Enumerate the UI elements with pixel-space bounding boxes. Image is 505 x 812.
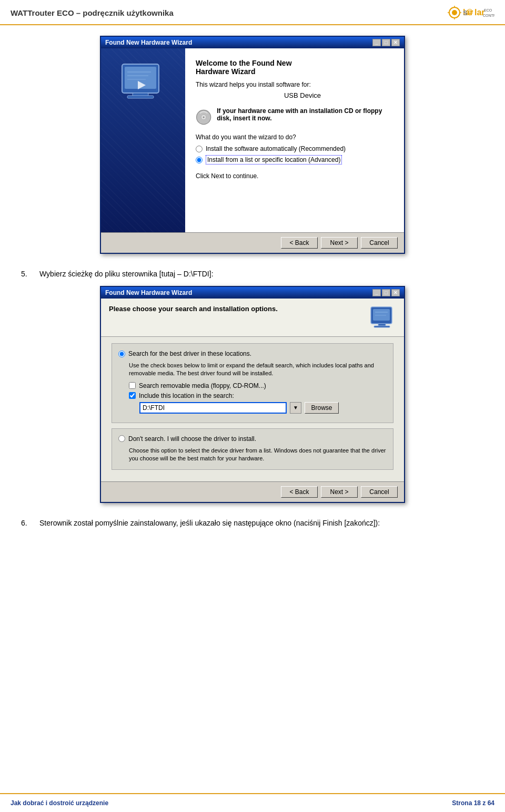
page-footer: Jak dobrać i dostroić urządzenie Strona … [0,793,505,812]
wizard1-heading: Welcome to the Found NewHardware Wizard [196,59,393,76]
cd-info-box: If your hardware came with an installati… [196,107,393,127]
w2-maximize-button[interactable]: □ [382,289,390,296]
wizard2-dialog: Found New Hardware Wizard _ □ ✕ Please c… [100,286,405,503]
wizard1-note: Click Next to continue. [196,172,393,180]
wizard2-window-controls: _ □ ✕ [372,289,400,296]
checkbox2-row: Include this location in the search: [129,392,387,399]
wizard1-title: Found New Hardware Wizard [105,39,192,46]
page-header: WATTrouter ECO – podręcznik użytkownika … [0,0,505,25]
step5-text: 5. Wybierz ścieżkę do pliku sterownika [… [21,270,484,278]
close-button[interactable]: ✕ [391,39,400,46]
wizard1-back-button[interactable]: < Back [281,237,318,249]
svg-text:©: © [467,8,473,17]
checkbox1-row: Search removable media (floppy, CD-ROM..… [129,382,387,389]
svg-point-22 [203,116,205,118]
wizard2-titlebar: Found New Hardware Wizard _ □ ✕ [101,287,404,299]
option1-label: Install the software automatically (Reco… [206,145,346,152]
wizard2-footer: < Back Next > Cancel [101,481,404,502]
svg-rect-24 [373,309,390,321]
svg-rect-28 [374,326,390,327]
option1-radio[interactable] [196,146,203,152]
wizard2-cancel-button[interactable]: Cancel [361,486,398,498]
svg-text:ECO: ECO [484,8,492,12]
search-section: Search for the best driver in these loca… [112,343,393,423]
nosearch-section: Don't search. I will choose the driver t… [112,428,393,470]
search-desc: Use the check boxes below to limit or ex… [129,362,387,378]
wizard1-next-button[interactable]: Next > [321,237,358,249]
wizard1-question: What do you want the wizard to do? [196,133,393,141]
w2-close-button[interactable]: ✕ [391,289,400,296]
nosearch-radio[interactable] [118,435,125,442]
wizard1-cancel-button[interactable]: Cancel [361,237,398,249]
checkbox-removable[interactable] [129,382,136,389]
wizard1-footer: < Back Next > Cancel [101,232,404,253]
wizard1-left-panel [101,48,185,232]
w2-minimize-button[interactable]: _ [372,289,381,296]
document-title: WATTrouter ECO – podręcznik użytkownika [11,8,174,17]
svg-text:CONTROLS: CONTROLS [483,14,494,17]
maximize-button[interactable]: □ [382,39,390,46]
browse-button[interactable]: Browse [305,402,339,414]
checkbox-location[interactable] [129,392,136,399]
wizard2-heading: Please choose your search and installati… [109,305,278,313]
wizard1-device-name: USB Device [211,91,393,99]
wizard1-titlebar: Found New Hardware Wizard _ □ ✕ [101,37,404,48]
location-dropdown[interactable]: ▼ [290,402,301,414]
step6-text: 6. Sterownik został pomyślnie zainstalow… [21,519,484,527]
wizard1-intro: This wizard helps you install software f… [196,81,393,88]
svg-point-1 [452,10,457,15]
logo-icon: lar s © lar ECO CONTROLS [447,5,494,20]
nosearch-radio-label: Don't search. I will choose the driver t… [128,435,256,443]
location-input[interactable] [139,402,287,414]
search-radio-label: Search for the best driver in these loca… [128,350,251,357]
wizard1-option2-row: Install from a list or specific location… [196,155,393,165]
nosearch-radio-row: Don't search. I will choose the driver t… [118,435,387,443]
option2-radio[interactable] [196,157,203,163]
option2-label: Install from a list or specific location… [206,155,342,165]
svg-rect-19 [127,96,154,98]
step5-description: Wybierz ścieżkę do pliku sterownika [tut… [39,270,214,278]
wizard1-right-panel: Welcome to the Found NewHardware Wizard … [185,48,404,232]
wizard2-icon [369,305,396,330]
wizard2-top-bar: Please choose your search and installati… [101,299,404,337]
step6-description: Sterownik został pomyślnie zainstalowany… [39,519,380,527]
location-row: ▼ Browse [139,402,387,414]
footer-left-text: Jak dobrać i dostroić urządzenie [11,799,108,807]
main-content: Found New Hardware Wizard _ □ ✕ [0,25,505,546]
hardware-wizard-icon [117,59,169,106]
wizard1-window-controls: _ □ ✕ [372,39,400,46]
nosearch-desc: Choose this option to select the device … [129,447,387,463]
wizard1-body: Welcome to the Found NewHardware Wizard … [101,48,404,232]
checkbox1-label: Search removable media (floppy, CD-ROM..… [139,382,266,389]
wizard1-option1-row: Install the software automatically (Reco… [196,145,393,152]
wizard2-next-button[interactable]: Next > [321,486,358,498]
wizard2-back-button[interactable]: < Back [281,486,318,498]
wizard2-content: Search for the best driver in these loca… [101,337,404,481]
minimize-button[interactable]: _ [372,39,381,46]
checkbox2-label: Include this location in the search: [139,392,234,399]
search-radio-row: Search for the best driver in these loca… [118,350,387,357]
wizard2-title: Found New Hardware Wizard [105,289,192,296]
cd-info-text: If your hardware came with an installati… [217,107,393,122]
wizard2-body: Please choose your search and installati… [101,299,404,481]
step5-number: 5. [21,270,32,278]
cd-icon [196,107,211,127]
step6-number: 6. [21,519,32,527]
wizard1-dialog: Found New Hardware Wizard _ □ ✕ [100,36,405,254]
footer-right-text: Strona 18 z 64 [452,799,494,807]
svg-rect-27 [378,324,386,326]
search-radio[interactable] [118,351,125,357]
logo: lar s © lar ECO CONTROLS [447,5,494,20]
